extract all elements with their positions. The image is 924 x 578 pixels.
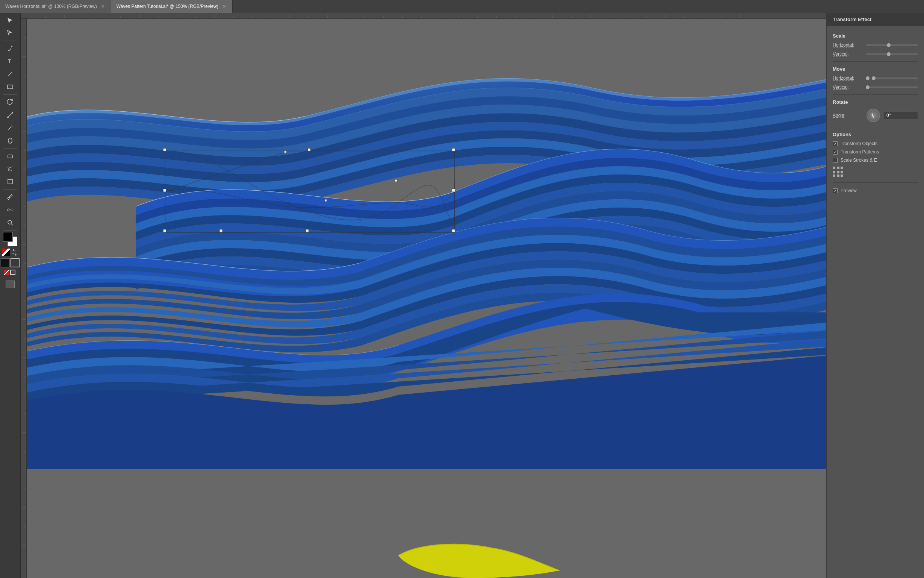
paintbrush-tool[interactable]	[4, 122, 16, 134]
transform-patterns-checkbox[interactable]	[833, 150, 838, 154]
separator-1	[3, 41, 17, 41]
text-tool[interactable]: T	[4, 55, 16, 67]
normal-mode[interactable]	[6, 281, 15, 288]
svg-rect-107	[395, 179, 397, 182]
svg-point-16	[8, 220, 11, 224]
scale-horizontal-label: Horizontal:	[833, 42, 863, 48]
grid-cell-8	[837, 174, 840, 177]
tab-waves-pattern[interactable]: Waves Pattern Tutorial.ai* @ 150% (RGB/P…	[111, 0, 233, 13]
right-panel: Transform Effect Scale Horizontal: Verti…	[826, 13, 924, 578]
eyedropper-tool[interactable]	[4, 191, 16, 203]
color-swatches[interactable]	[3, 232, 17, 246]
separator-6	[3, 279, 17, 279]
move-horizontal-row: Horizontal:	[833, 76, 918, 81]
tab-bar: Waves Horizontal.ai* @ 100% (RGB/Preview…	[0, 0, 924, 13]
svg-point-14	[11, 209, 13, 211]
canvas-wrapper	[21, 13, 826, 578]
scissors-tool[interactable]	[4, 163, 16, 175]
svg-rect-106	[325, 199, 327, 201]
move-vertical-slider[interactable]	[866, 86, 918, 88]
tab-close-waves-pattern[interactable]: ✕	[221, 4, 227, 10]
angle-label: Angle:	[833, 113, 863, 118]
svg-rect-96	[163, 148, 166, 151]
svg-rect-99	[452, 229, 455, 232]
transform-patterns-label: Transform Patterns	[841, 149, 879, 154]
swap-colors[interactable]	[11, 248, 18, 256]
separator-4	[3, 189, 17, 190]
panel-title: Transform Effect	[827, 13, 924, 26]
reference-point-grid	[833, 167, 918, 178]
svg-rect-9	[8, 179, 12, 184]
default-colors[interactable]	[2, 248, 10, 256]
transform-objects-checkbox[interactable]	[833, 141, 838, 146]
svg-point-13	[7, 209, 10, 211]
grid-cell-6	[841, 171, 843, 174]
svg-point-5	[8, 167, 10, 169]
selection-tool[interactable]	[4, 14, 16, 26]
divider-2	[833, 94, 918, 95]
rectangle-tool[interactable]	[4, 81, 16, 93]
rotate-tool[interactable]	[4, 96, 16, 108]
scale-horizontal-row: Horizontal:	[833, 42, 918, 48]
direct-selection-tool[interactable]	[4, 27, 16, 39]
tab-close-waves-horizontal[interactable]: ✕	[100, 4, 105, 10]
svg-rect-97	[452, 148, 455, 151]
grid-cell-4	[833, 171, 835, 174]
svg-point-3	[8, 138, 12, 143]
blend-tool[interactable]	[4, 204, 16, 216]
main-layout: T	[0, 13, 924, 578]
scale-vertical-slider[interactable]	[866, 54, 918, 55]
scale-horizontal-slider[interactable]	[866, 44, 918, 46]
pen-tool[interactable]	[4, 42, 16, 55]
svg-rect-104	[306, 229, 309, 232]
move-horizontal-indicator	[866, 76, 869, 80]
scale-section-label: Scale	[833, 33, 918, 39]
svg-line-1	[8, 72, 12, 76]
canvas-main[interactable]	[27, 19, 826, 578]
options-section-label: Options	[833, 132, 918, 137]
blob-brush-tool[interactable]	[4, 135, 16, 147]
preview-checkbox[interactable]	[833, 188, 838, 193]
stroke-box[interactable]	[11, 258, 19, 267]
move-horizontal-slider[interactable]	[872, 78, 918, 79]
angle-input[interactable]	[884, 111, 918, 120]
move-horizontal-label: Horizontal:	[833, 76, 863, 81]
scale-tool[interactable]	[4, 109, 16, 121]
ruler-vertical	[21, 19, 27, 578]
tab-waves-horizontal[interactable]: Waves Horizontal.ai* @ 100% (RGB/Preview…	[0, 0, 111, 13]
svg-point-6	[8, 169, 10, 171]
svg-rect-105	[285, 150, 287, 153]
svg-rect-2	[8, 85, 13, 89]
zoom-tool[interactable]	[4, 217, 16, 229]
angle-dial-indicator	[871, 113, 874, 118]
divider-4	[833, 182, 918, 183]
svg-line-7	[10, 167, 12, 168]
angle-row: Angle:	[833, 109, 918, 122]
scale-strokes-checkbox[interactable]	[833, 158, 838, 163]
artboard-tool[interactable]	[4, 175, 16, 188]
svg-line-17	[11, 224, 13, 225]
preview-row: Preview	[833, 188, 918, 193]
waves-artwork	[27, 19, 826, 578]
svg-rect-102	[308, 148, 311, 151]
scale-strokes-label: Scale Strokes & E	[841, 157, 877, 163]
move-vertical-row: Vertical:	[833, 84, 918, 90]
tab-label-active: Waves Pattern Tutorial.ai* @ 150% (RGB/P…	[117, 4, 218, 9]
separator-5	[3, 230, 17, 231]
scale-vertical-label: Vertical:	[833, 52, 863, 57]
angle-dial[interactable]	[866, 109, 880, 122]
tab-label: Waves Horizontal.ai* @ 100% (RGB/Preview…	[5, 4, 97, 9]
rotate-section-label: Rotate	[833, 99, 918, 105]
preview-label: Preview	[841, 188, 857, 193]
move-section-label: Move	[833, 66, 918, 72]
reference-grid[interactable]	[833, 167, 844, 178]
left-toolbar: T	[0, 13, 21, 578]
line-tool[interactable]	[4, 68, 16, 80]
eraser-tool[interactable]	[4, 150, 16, 162]
fill-box[interactable]	[1, 258, 10, 267]
grid-cell-1	[833, 167, 835, 169]
separator-2	[3, 94, 17, 95]
svg-rect-100	[163, 189, 166, 192]
svg-rect-4	[8, 155, 12, 158]
move-vertical-label: Vertical:	[833, 84, 863, 90]
